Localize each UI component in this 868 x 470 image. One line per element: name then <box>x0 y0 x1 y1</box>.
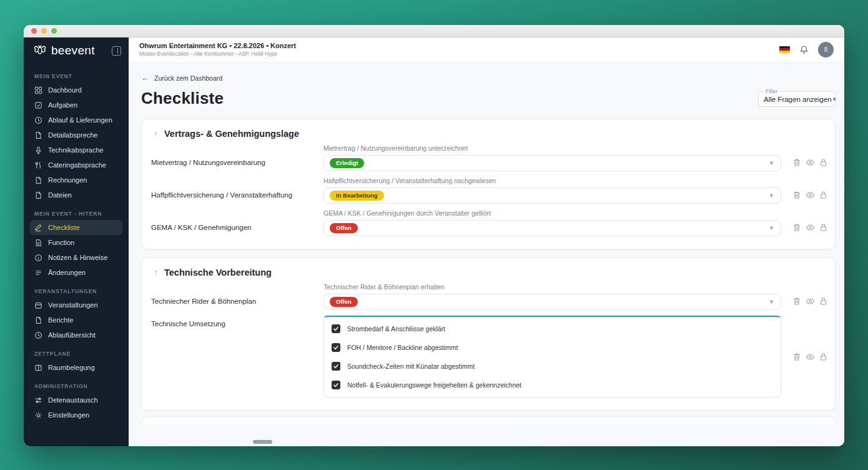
app-logo[interactable]: beevent <box>32 44 95 58</box>
delete-icon[interactable] <box>792 158 801 167</box>
sidebar-item-invoices[interactable]: Rechnungen <box>30 172 122 188</box>
eye-icon[interactable] <box>806 158 815 167</box>
avatar[interactable]: 8 <box>818 42 834 58</box>
list-icon <box>34 269 42 277</box>
checkbox-checked[interactable] <box>332 343 340 352</box>
main-content: ← Zurück zem Dashboard Checkliste Filter… <box>129 61 844 446</box>
checklist-row: Mietvertrag / Nutzungsvereinbarung Mietr… <box>151 144 829 171</box>
sidebar-item-label: Einstellungen <box>48 411 89 419</box>
checklist-section-card: ↑ Vertrags- & Genehmigungslage Mietvertr… <box>141 119 836 249</box>
eye-icon[interactable] <box>806 223 815 232</box>
status-select[interactable]: In Bearbeitung ▼ <box>323 188 781 204</box>
german-flag-icon[interactable] <box>779 46 790 53</box>
status-select[interactable]: Offen ▼ <box>323 294 781 310</box>
back-link-label: Zurück zem Dashboard <box>154 74 222 82</box>
checklist-row: Techniecher Rider & Böhnenplan Technisch… <box>151 283 829 310</box>
sidebar-item-reports[interactable]: Berichte <box>30 312 122 328</box>
checkbox-item: Strombedarf & Anschliisse geklärt <box>324 319 781 338</box>
sidebar-item-files[interactable]: Dateien <box>30 188 122 202</box>
filter-label: Filter <box>764 88 779 94</box>
document-icon <box>34 176 42 184</box>
checkbox-checked[interactable] <box>332 362 340 371</box>
clock-icon <box>34 331 42 339</box>
sidebar-item-data-exchange[interactable]: Detenaustausch <box>30 392 122 408</box>
document-icon <box>34 239 42 247</box>
sidebar-item-label: Notizen & Hinweise <box>48 254 107 261</box>
sidebar-item-tasks[interactable]: Aufgaben <box>30 98 122 112</box>
logo-text: beevent <box>51 44 95 58</box>
checkbox-item: FOH / Menitore / Backline abgestimmt <box>324 338 781 357</box>
checklist-row: Haffpflichtversicherung / Veranstalterha… <box>151 177 829 204</box>
row-label: Technische Umsetzung <box>151 316 323 398</box>
status-select[interactable]: Erledigt ▼ <box>323 155 781 171</box>
calendar-icon <box>34 301 42 309</box>
sidebar-item-events[interactable]: Veranstaltungen <box>30 298 122 312</box>
sidebar-section-label: ADMINISTRATION <box>34 383 118 389</box>
lock-icon[interactable] <box>819 158 827 167</box>
chevron-down-icon: ▼ <box>769 299 774 305</box>
minimize-window-button[interactable] <box>41 28 47 34</box>
sidebar-section-label: MEIN EVENT - HITERN <box>34 211 118 217</box>
status-select[interactable]: Offen ▼ <box>323 220 781 236</box>
sidebar-item-overview[interactable]: Ablaufübersicht <box>30 328 122 342</box>
dashboard-icon <box>34 86 42 94</box>
question-label: Hafipflichtversicherung / Veranstalterha… <box>323 177 781 184</box>
sidebar-item-changes[interactable]: Änderungen <box>30 265 122 280</box>
section-title: Vertrags- & Genehmigungslage <box>164 129 299 139</box>
section-collapse-header[interactable]: ↑ Technische Vorbereitung <box>151 268 829 278</box>
sidebar-item-label: Dachbourd <box>48 86 82 94</box>
sidebar-item-label: Änderungen <box>48 269 86 276</box>
sidebar-item-schedule[interactable]: Ablauf & Lieferungen <box>30 112 122 128</box>
sidebar-item-catering[interactable]: Cateringabsprache <box>30 158 122 172</box>
checkbox-checked[interactable] <box>332 324 340 333</box>
event-title: Ohwrum Entertainment KG • 22.8.2026 • Ko… <box>139 42 296 49</box>
eye-icon[interactable] <box>806 352 815 361</box>
sidebar-item-label: Cateringabsprache <box>48 161 106 169</box>
sidebar-item-details[interactable]: Detailabspreche <box>30 128 122 142</box>
sidebar-item-settings[interactable]: Einstellungen <box>30 408 122 422</box>
horizontal-scrollbar-thumb[interactable] <box>253 440 272 444</box>
lock-icon[interactable] <box>819 297 827 306</box>
delete-icon[interactable] <box>792 352 801 361</box>
eye-icon[interactable] <box>806 191 815 199</box>
lock-icon[interactable] <box>819 191 827 199</box>
status-badge: In Bearbeitung <box>330 191 384 201</box>
sidebar-item-rooms[interactable]: Raumbelegung <box>30 360 122 375</box>
sidebar-toggle-icon[interactable] <box>112 46 121 56</box>
topbar: Ohwrum Entertainment KG • 22.8.2026 • Ko… <box>129 38 844 61</box>
sidebar-item-notes[interactable]: Notizen & Hinweise <box>30 250 122 265</box>
sidebar-item-label: Detenaustausch <box>48 396 98 404</box>
checkbox-checked[interactable] <box>332 381 340 389</box>
question-label: GEMA / KSK / Genehinigungen durch Verans… <box>323 209 781 217</box>
catering-icon <box>34 161 42 169</box>
row-label: Haffpflichtversicherung / Veranstalterha… <box>151 177 323 204</box>
section-collapse-header[interactable]: ↑ Vertrags- & Genehmigungslage <box>151 129 829 139</box>
notifications-bell-icon[interactable] <box>799 45 809 54</box>
app-window: beevent MEIN EVENT Dachbourd Aufgaben <box>24 25 844 446</box>
row-label: Mietvertrag / Nutzungsvereinbarung <box>151 144 323 171</box>
back-arrow-icon: ← <box>141 73 149 82</box>
sidebar-item-label: Checkliste <box>48 224 80 231</box>
eye-icon[interactable] <box>806 297 815 306</box>
lock-icon[interactable] <box>819 223 827 232</box>
back-link[interactable]: ← Zurück zem Dashboard <box>141 73 222 82</box>
checklist-pen-icon <box>34 224 42 232</box>
sidebar-header: beevent <box>24 38 129 64</box>
chevron-down-icon: ▼ <box>769 225 774 231</box>
delete-icon[interactable] <box>792 297 801 306</box>
collapse-arrow-icon: ↑ <box>154 129 157 138</box>
filter-dropdown[interactable]: Filter Alle Fragen anzeigen ▼ <box>758 91 836 107</box>
sidebar-item-function[interactable]: Function <box>30 235 122 250</box>
chevron-down-icon: ▼ <box>769 160 774 166</box>
delete-icon[interactable] <box>792 191 801 199</box>
sidebar-item-dashboard[interactable]: Dachbourd <box>30 82 122 98</box>
checklist-row: Technische Umsetzung Strombedarf & Ansch… <box>151 316 829 398</box>
close-window-button[interactable] <box>31 28 37 34</box>
sidebar-item-checkliste[interactable]: Checkliste <box>30 220 122 235</box>
zoom-window-button[interactable] <box>51 28 57 34</box>
sidebar-item-technik[interactable]: Technikabsprache <box>30 142 122 158</box>
delete-icon[interactable] <box>792 223 801 232</box>
sidebar-item-label: Aufgaben <box>48 101 77 109</box>
sidebar-section-label: MEIN EVENT <box>34 73 118 79</box>
lock-icon[interactable] <box>819 352 827 361</box>
